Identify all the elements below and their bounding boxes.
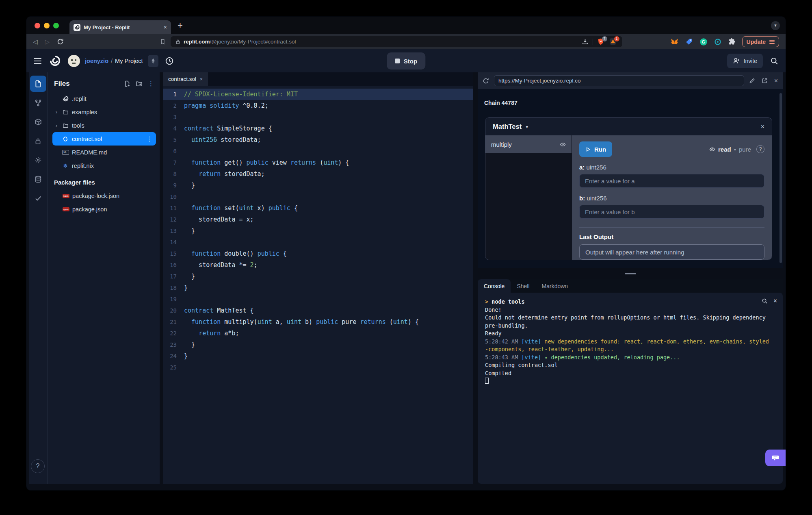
- packager-item-package-json[interactable]: npmpackage.json: [52, 202, 156, 216]
- code-line-20[interactable]: 20contract MathTest {: [163, 305, 473, 316]
- folder-chevron-icon[interactable]: ›: [54, 122, 59, 128]
- tab-search-button[interactable]: ▾: [771, 21, 780, 30]
- webview-scrollbar[interactable]: [780, 93, 782, 263]
- replit-logo-icon[interactable]: [50, 55, 61, 66]
- close-window-button[interactable]: [35, 23, 40, 28]
- code-line-15[interactable]: 15 function double() public {: [163, 248, 473, 259]
- breadcrumb-username[interactable]: joenyzio: [85, 58, 108, 64]
- code-line-4[interactable]: 4contract SimpleStorage {: [163, 123, 473, 134]
- file-item--replit[interactable]: .replit⋮: [52, 92, 156, 105]
- file-item-examples[interactable]: ›examples⋮: [52, 105, 156, 119]
- minimize-window-button[interactable]: [44, 23, 50, 28]
- add-file-icon[interactable]: [124, 80, 130, 87]
- code-line-12[interactable]: 12 storedData = x;: [163, 214, 473, 225]
- reload-button[interactable]: [57, 38, 64, 45]
- rail-secrets-icon[interactable]: [30, 133, 46, 149]
- adblock-shield-icon[interactable]: 1: [609, 38, 617, 46]
- help-button[interactable]: ?: [31, 459, 45, 473]
- code-line-10[interactable]: 10: [163, 191, 473, 202]
- file-kebab-icon[interactable]: ⋮: [147, 135, 153, 143]
- stop-button[interactable]: Stop: [387, 52, 425, 70]
- search-icon[interactable]: [770, 57, 778, 65]
- code-area[interactable]: 1// SPDX-License-Identifier: MIT2pragma …: [163, 86, 473, 484]
- url-bar[interactable]: replit.com /@joenyzio/My-Project#contrac…: [171, 36, 622, 47]
- file-item-contract-sol[interactable]: contract.sol⋮: [52, 132, 156, 146]
- rail-checks-icon[interactable]: [30, 190, 46, 206]
- arg-a-input[interactable]: [579, 174, 764, 188]
- code-line-24[interactable]: 24}: [163, 350, 473, 362]
- code-line-8[interactable]: 8 return storedData;: [163, 168, 473, 180]
- rail-version-control-icon[interactable]: [30, 95, 46, 111]
- tag-extension-icon[interactable]: [685, 38, 693, 46]
- console-clear-icon[interactable]: ×: [773, 297, 777, 304]
- editor-tab-contract-sol[interactable]: contract.sol ×: [163, 72, 208, 86]
- new-tab-button[interactable]: +: [178, 20, 183, 31]
- folder-chevron-icon[interactable]: ›: [54, 109, 59, 115]
- webview-refresh-icon[interactable]: [483, 78, 489, 84]
- back-button[interactable]: ◁: [33, 38, 38, 46]
- code-line-7[interactable]: 7 function get() public view returns (ui…: [163, 157, 473, 168]
- code-line-11[interactable]: 11 function set(uint x) public {: [163, 202, 473, 214]
- grammarly-icon[interactable]: G: [699, 38, 708, 46]
- code-line-1[interactable]: 1// SPDX-License-Identifier: MIT: [163, 89, 473, 100]
- add-folder-icon[interactable]: [136, 80, 143, 87]
- tab-close-icon[interactable]: ×: [164, 24, 167, 30]
- code-line-16[interactable]: 16 storedData *= 2;: [163, 259, 473, 271]
- contract-close-icon[interactable]: ×: [761, 123, 764, 130]
- run-button[interactable]: Run: [579, 141, 612, 157]
- teal-ring-extension-icon[interactable]: [714, 38, 721, 46]
- method-multiply[interactable]: multiply: [485, 135, 572, 153]
- help-badge[interactable]: ?: [756, 145, 764, 153]
- tab-shell[interactable]: Shell: [511, 279, 535, 293]
- code-line-22[interactable]: 22 return a*b;: [163, 328, 473, 339]
- extensions-puzzle-icon[interactable]: [728, 38, 736, 46]
- packager-item-package-lock-json[interactable]: npmpackage-lock.json: [52, 189, 156, 202]
- browser-update-button[interactable]: Update: [742, 36, 779, 47]
- file-item-readme-md[interactable]: M↓README.md⋮: [52, 146, 156, 159]
- rail-settings-icon[interactable]: [30, 152, 46, 168]
- code-line-13[interactable]: 13 }: [163, 225, 473, 237]
- panel-resize-gap[interactable]: [478, 268, 783, 279]
- metamask-icon[interactable]: [670, 38, 679, 46]
- app-menu-icon[interactable]: [34, 61, 41, 61]
- tab-console[interactable]: Console: [478, 279, 511, 293]
- avatar[interactable]: [68, 55, 80, 67]
- bookmark-icon[interactable]: [160, 39, 166, 45]
- code-line-25[interactable]: 25: [163, 362, 473, 373]
- file-item-replit-nix[interactable]: ❄replit.nix⋮: [52, 159, 156, 172]
- code-line-14[interactable]: 14: [163, 237, 473, 248]
- history-icon[interactable]: [165, 56, 174, 65]
- invite-button[interactable]: Invite: [727, 54, 763, 68]
- chat-button[interactable]: [765, 450, 786, 466]
- webview-close-icon[interactable]: ×: [774, 77, 778, 85]
- browser-tab[interactable]: My Project - Replit ×: [69, 20, 171, 34]
- console-output[interactable]: × > node toolsDone!Could not determine e…: [478, 293, 783, 484]
- arg-b-input[interactable]: [579, 205, 764, 219]
- drag-handle[interactable]: [625, 273, 636, 274]
- save-page-icon[interactable]: [582, 38, 589, 45]
- code-line-9[interactable]: 9 }: [163, 180, 473, 191]
- forward-button[interactable]: ▷: [45, 38, 50, 46]
- maximize-window-button[interactable]: [53, 23, 59, 28]
- file-item-tools[interactable]: ›tools⋮: [52, 119, 156, 132]
- files-menu-kebab-icon[interactable]: ⋮: [148, 80, 154, 87]
- code-line-3[interactable]: 3: [163, 111, 473, 123]
- code-line-5[interactable]: 5 uint256 storedData;: [163, 134, 473, 146]
- code-line-6[interactable]: 6: [163, 146, 473, 157]
- rail-database-icon[interactable]: [30, 171, 46, 187]
- rail-packages-icon[interactable]: [30, 114, 46, 130]
- code-line-23[interactable]: 23 }: [163, 339, 473, 350]
- tab-markdown[interactable]: Markdown: [536, 279, 574, 293]
- webview-url-input[interactable]: https://My-Project.joenyzio.repl.co: [494, 75, 744, 86]
- code-line-17[interactable]: 17 }: [163, 271, 473, 282]
- breadcrumb-project[interactable]: My Project: [115, 58, 143, 64]
- webview-open-external-icon[interactable]: [762, 78, 768, 84]
- brave-shield-icon[interactable]: 7: [597, 38, 605, 46]
- code-line-19[interactable]: 19: [163, 293, 473, 305]
- rail-files-icon[interactable]: [30, 76, 46, 92]
- console-search-icon[interactable]: [762, 298, 768, 304]
- code-line-18[interactable]: 18}: [163, 282, 473, 293]
- editor-tab-close-icon[interactable]: ×: [200, 76, 203, 82]
- code-line-21[interactable]: 21 function multiply(uint a, uint b) pub…: [163, 316, 473, 328]
- webview-edit-icon[interactable]: [749, 78, 755, 84]
